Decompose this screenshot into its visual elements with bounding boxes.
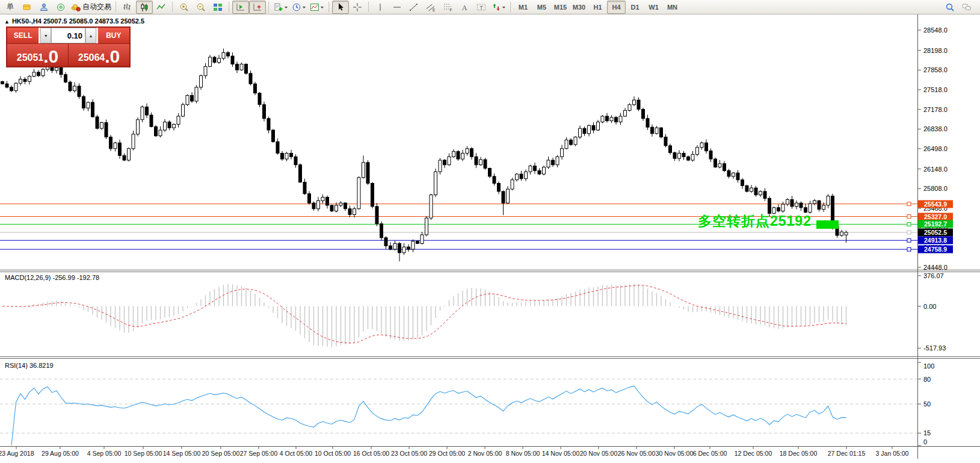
svg-text:F: F xyxy=(450,7,452,11)
svg-text:A: A xyxy=(462,3,467,11)
macd-axis-tick: 376.07 xyxy=(923,272,944,279)
time-axis-label: 20 Nov 05:00 xyxy=(580,450,617,457)
text-button[interactable]: A xyxy=(456,1,473,14)
new-chart-icon xyxy=(274,2,283,12)
fibonacci-button[interactable]: F xyxy=(439,1,456,14)
tf-m30[interactable]: M30 xyxy=(570,1,588,14)
zoom-out-button[interactable] xyxy=(193,1,209,14)
clock-icon xyxy=(292,2,301,12)
toolbar-separator xyxy=(172,2,173,12)
trendline-button[interactable] xyxy=(405,1,422,14)
one-click-trading-panel: SELL ▼ ▲ BUY 25051.0 25064.0 xyxy=(6,26,131,67)
bar-chart-button[interactable] xyxy=(119,1,136,14)
new-order-button[interactable] xyxy=(19,1,35,14)
tf-m15[interactable]: M15 xyxy=(551,1,570,14)
autotrade-icon xyxy=(71,2,81,12)
line-chart-button[interactable] xyxy=(153,1,170,14)
tf-m1[interactable]: M1 xyxy=(514,1,532,14)
search-button[interactable] xyxy=(941,1,958,14)
cursor-button[interactable] xyxy=(332,1,349,14)
auto-scroll-button[interactable] xyxy=(232,1,249,14)
tf-h4[interactable]: H4 xyxy=(607,1,626,14)
horizontal-line-button[interactable] xyxy=(389,1,405,14)
vertical-line-button[interactable] xyxy=(372,1,389,14)
price-line-label: 25192.7 xyxy=(918,220,953,228)
tf-mn[interactable]: MN xyxy=(663,1,682,14)
price-axis-tick: 27858.0 xyxy=(923,66,948,73)
zoom-out-icon xyxy=(196,2,206,12)
annotation-rectangle[interactable] xyxy=(816,220,839,229)
volume-decrease-button[interactable]: ▼ xyxy=(40,28,51,43)
time-axis-label: 10 Sep 05:00 xyxy=(125,450,162,457)
dropdown-caret-icon[interactable] xyxy=(301,2,306,12)
volume-increase-button[interactable]: ▲ xyxy=(85,28,96,43)
annotation-text[interactable]: 多空转折点25192 xyxy=(698,212,812,231)
sell-price[interactable]: 25051.0 xyxy=(7,44,69,66)
cursor-icon xyxy=(336,2,345,12)
toolbar-separator xyxy=(116,2,117,12)
dropdown-caret-icon[interactable] xyxy=(283,2,288,12)
dropdown-caret-icon[interactable] xyxy=(319,2,324,12)
price-axis-tick: 25808.0 xyxy=(923,185,948,192)
new-chart-button[interactable] xyxy=(272,1,290,14)
orders-button-label: 单 xyxy=(7,2,14,12)
buy-price[interactable]: 25064.0 xyxy=(69,44,129,66)
chart-title-text: HK50-,H4 25007.5 25085.0 24873.5 25052.5 xyxy=(12,17,144,25)
tf-m30-label: M30 xyxy=(573,4,585,11)
tf-d1[interactable]: D1 xyxy=(626,1,644,14)
periods-button[interactable] xyxy=(290,1,308,14)
price-line-label: 24758.9 xyxy=(918,246,953,253)
hline-icon xyxy=(392,2,402,12)
tf-w1[interactable]: W1 xyxy=(644,1,663,14)
rsi-indicator-label: RSI(14) 36.8219 xyxy=(5,362,54,369)
price-axis-tick: 24448.0 xyxy=(923,264,948,271)
price-line-label: 25327.0 xyxy=(918,213,953,220)
macd-axis-tick: 0.00 xyxy=(923,303,936,310)
zoom-in-icon xyxy=(179,2,189,12)
tf-m5[interactable]: M5 xyxy=(532,1,551,14)
trendline-icon xyxy=(409,2,419,12)
chart-shift-button[interactable] xyxy=(249,1,266,14)
profile-button[interactable] xyxy=(35,1,52,14)
rsi-axis-tick: 80 xyxy=(923,376,931,383)
toolbar-separator xyxy=(368,2,369,12)
tf-m1-label: M1 xyxy=(519,4,528,11)
equidistant-channel-button[interactable]: E xyxy=(422,1,439,14)
price-line-label: 24913.8 xyxy=(918,237,953,244)
dropdown-caret-icon[interactable] xyxy=(501,2,506,12)
buy-button[interactable]: BUY xyxy=(98,28,129,43)
arrows-button[interactable] xyxy=(490,1,508,14)
price-axis-tick: 27518.0 xyxy=(923,86,948,93)
svg-text:E: E xyxy=(433,7,436,11)
tile-windows-button[interactable] xyxy=(209,1,226,14)
chart-canvas[interactable] xyxy=(0,0,980,463)
rsi-axis-tick: 0 xyxy=(923,438,927,446)
crosshair-button[interactable] xyxy=(349,1,366,14)
time-axis-label: 3 Jan 05:00 xyxy=(876,450,909,457)
price-axis-tick: 26838.0 xyxy=(923,125,948,132)
zoom-in-button[interactable] xyxy=(176,1,193,14)
sell-price-main: 25051 xyxy=(17,51,44,65)
tf-h1[interactable]: H1 xyxy=(588,1,607,14)
tf-m5-label: M5 xyxy=(537,4,546,11)
trade-panel-collapse-icon[interactable]: ▲ xyxy=(4,19,10,25)
templates-button[interactable] xyxy=(308,1,326,14)
volume-input[interactable] xyxy=(51,28,85,43)
tf-w1-label: W1 xyxy=(649,4,659,11)
chart-bars-icon xyxy=(123,2,132,12)
time-axis-label: 26 Nov 05:00 xyxy=(618,450,655,457)
sell-button[interactable]: SELL xyxy=(7,28,39,43)
chart-title: ▲HK50-,H4 25007.5 25085.0 24873.5 25052.… xyxy=(4,17,144,25)
chat-icon xyxy=(962,2,972,12)
autotrading-button[interactable]: 自动交易 xyxy=(69,1,113,14)
orders-button[interactable]: 单 xyxy=(2,1,19,14)
tf-h1-label: H1 xyxy=(593,4,602,11)
price-axis-tick: 26498.0 xyxy=(923,145,948,152)
price-axis-tick: 28198.0 xyxy=(923,47,948,54)
rsi-axis-tick: 15 xyxy=(923,429,931,437)
signals-button[interactable] xyxy=(52,1,69,14)
candlestick-chart-button[interactable] xyxy=(136,1,153,14)
text-label-button[interactable]: T xyxy=(473,1,490,14)
chat-button[interactable] xyxy=(958,1,975,14)
time-axis-label: 27 Dec 01:15 xyxy=(828,450,865,457)
